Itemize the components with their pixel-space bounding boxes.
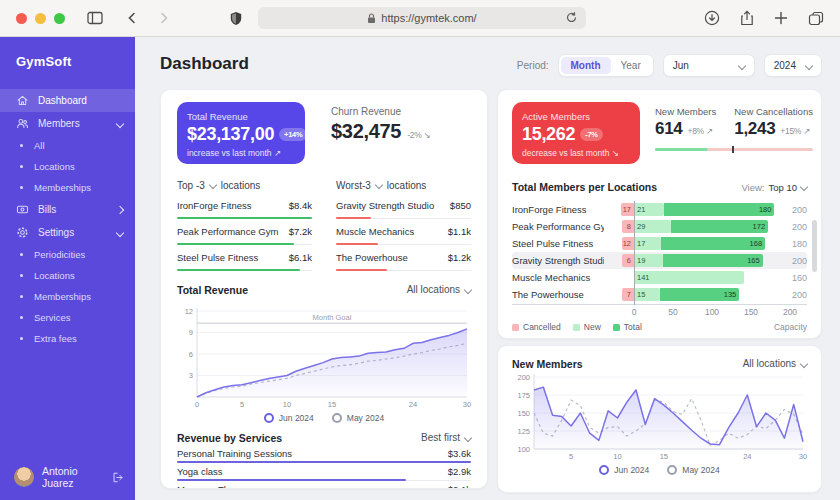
location-bar-row[interactable]: Peak Performance Gym829172200 xyxy=(512,218,807,235)
legend-item[interactable]: May 2024 xyxy=(667,465,719,475)
legend-item[interactable]: Jun 2024 xyxy=(599,465,649,475)
period-month-button[interactable]: Month xyxy=(561,57,611,74)
churn-revenue-value: $32,475 xyxy=(331,120,401,143)
svg-text:Month Goal: Month Goal xyxy=(313,313,352,322)
chevron-down-icon xyxy=(738,61,746,69)
zoom-window-button[interactable] xyxy=(54,13,65,24)
new-members-chart: 100125150175200510152430 xyxy=(512,371,807,463)
new-members-location-filter[interactable]: All locations xyxy=(743,358,807,369)
location-bar-row[interactable]: The Powerhouse715135200 xyxy=(512,286,807,303)
active-members-label: Active Members xyxy=(522,111,630,122)
bullet-icon xyxy=(20,144,23,147)
row-name: IronForge Fitness xyxy=(177,200,251,211)
tab-overview-icon[interactable] xyxy=(808,11,824,26)
month-dropdown[interactable]: Jun xyxy=(663,54,755,77)
close-window-button[interactable] xyxy=(16,13,27,24)
sidebar: GymSoft DashboardMembersAllLocationsMemb… xyxy=(0,37,135,500)
legend-item: Cancelled xyxy=(512,322,561,332)
sidebar-item-memberships[interactable]: Memberships xyxy=(0,286,135,307)
location-bar-row[interactable]: Muscle Mechanics141160 xyxy=(512,269,807,286)
sidebar-item-periodicities[interactable]: Periodicities xyxy=(0,244,135,265)
bullet-icon xyxy=(20,274,23,277)
chevron-down-icon[interactable] xyxy=(375,181,383,189)
table-row: Yoga class$2.9k xyxy=(177,463,471,481)
members-chart-legend: CancelledNewTotalCapacity xyxy=(512,322,807,332)
view-top10-dropdown[interactable]: View:Top 10 xyxy=(741,182,807,193)
period-year-button[interactable]: Year xyxy=(611,57,651,74)
user-name: Antonio Juarez xyxy=(42,465,104,489)
members-icon xyxy=(16,117,29,130)
row-value: $850 xyxy=(450,200,471,211)
minimize-window-button[interactable] xyxy=(35,13,46,24)
back-icon[interactable] xyxy=(125,11,139,25)
sidebar-item-services[interactable]: Services xyxy=(0,307,135,328)
new-tab-icon[interactable] xyxy=(774,11,788,25)
table-row: Muscle Mechanics$1.1k xyxy=(336,219,471,245)
chevron-down-icon xyxy=(464,285,472,293)
svg-text:125: 125 xyxy=(517,427,530,436)
chevron-down-icon[interactable] xyxy=(209,181,217,189)
sidebar-item-memberships[interactable]: Memberships xyxy=(0,177,135,198)
user-menu[interactable]: Antonio Juarez xyxy=(14,465,123,489)
services-sort-dropdown[interactable]: Best first xyxy=(421,432,471,443)
svg-text:12: 12 xyxy=(185,307,193,316)
ratio-marker xyxy=(732,146,734,153)
sidebar-item-extra-fees[interactable]: Extra fees xyxy=(0,328,135,349)
lock-icon xyxy=(367,13,376,24)
downloads-icon[interactable] xyxy=(704,10,720,26)
app-logo: GymSoft xyxy=(0,37,135,69)
privacy-shield-icon[interactable] xyxy=(229,11,243,26)
svg-text:5: 5 xyxy=(569,452,573,461)
scrollbar-thumb[interactable] xyxy=(812,220,817,272)
chevron-down-icon xyxy=(116,119,124,127)
new-members-panel: New Members All locations 10012515017520… xyxy=(497,345,822,493)
row-value: $7.2k xyxy=(289,226,312,237)
row-value: $2.9k xyxy=(448,466,471,477)
row-value: $1.1k xyxy=(448,226,471,237)
legend-item[interactable]: Jun 2024 xyxy=(264,413,314,423)
members-ratio-bar xyxy=(655,148,813,151)
revenue-chart-location-filter[interactable]: All locations xyxy=(407,284,471,295)
trend-up-icon: ↗ xyxy=(803,126,810,136)
reload-icon[interactable] xyxy=(565,11,578,24)
sidebar-item-dashboard[interactable]: Dashboard xyxy=(0,89,135,112)
revenue-by-services-title: Revenue by Services xyxy=(177,432,282,444)
sidebar-item-locations[interactable]: Locations xyxy=(0,156,135,177)
location-bar-row[interactable]: Steel Pulse Fitness1217168180 xyxy=(512,235,807,252)
svg-text:150: 150 xyxy=(517,409,530,418)
sidebar-nav: DashboardMembersAllLocationsMembershipsB… xyxy=(0,89,135,349)
location-bar-row[interactable]: IronForge Fitness1721180200 xyxy=(512,201,807,218)
member-stats: New Members 614+8% ↗ New Cancellations 1… xyxy=(640,102,813,164)
avatar xyxy=(14,467,34,487)
sidebar-item-settings[interactable]: Settings xyxy=(0,221,135,244)
revenue-chart-title: Total Revenue xyxy=(177,284,248,296)
logout-icon[interactable] xyxy=(112,471,123,484)
svg-text:175: 175 xyxy=(517,391,530,400)
sidebar-toggle-icon[interactable] xyxy=(87,11,103,25)
sidebar-item-bills[interactable]: Bills xyxy=(0,198,135,221)
address-bar[interactable]: https://gymtek.com/ xyxy=(258,7,586,29)
sidebar-item-all[interactable]: All xyxy=(0,135,135,156)
table-row: Peak Performance Gym$7.2k xyxy=(177,219,312,245)
legend-ring-icon xyxy=(332,413,342,423)
sidebar-item-members[interactable]: Members xyxy=(0,112,135,135)
row-value: $1.2k xyxy=(448,252,471,263)
share-icon[interactable] xyxy=(740,10,754,26)
svg-text:24: 24 xyxy=(743,452,751,461)
legend-item[interactable]: May 2024 xyxy=(332,413,384,423)
table-row: Gravity Strength Studio$850 xyxy=(336,193,471,219)
svg-text:15: 15 xyxy=(660,452,668,461)
svg-text:6: 6 xyxy=(189,350,193,359)
svg-text:24: 24 xyxy=(409,400,417,409)
trend-up-icon: ↗ xyxy=(706,126,713,136)
forward-icon[interactable] xyxy=(157,11,171,25)
svg-text:200: 200 xyxy=(517,373,530,382)
sidebar-item-locations[interactable]: Locations xyxy=(0,265,135,286)
year-dropdown[interactable]: 2024 xyxy=(764,54,822,77)
bills-icon xyxy=(16,203,29,216)
bullet-icon xyxy=(20,186,23,189)
url-text: https://gymtek.com/ xyxy=(381,12,476,24)
active-members-subtitle: decrease vs last month xyxy=(522,148,609,158)
row-name: Muscle Mechanics xyxy=(336,226,414,237)
location-bar-row[interactable]: Gravity Strength Studio619165200 xyxy=(512,252,807,269)
